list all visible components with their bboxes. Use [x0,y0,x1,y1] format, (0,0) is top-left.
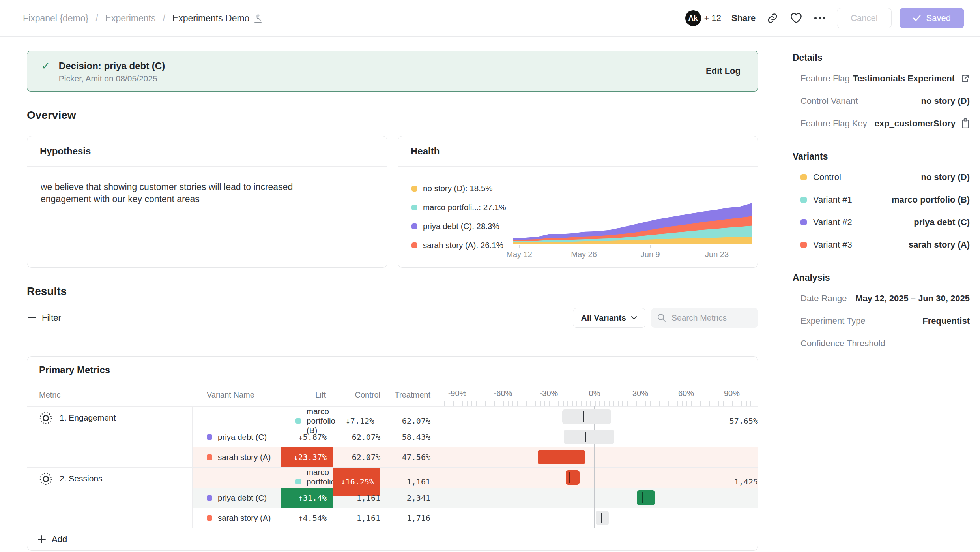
axis-tick-ruler [444,401,752,406]
variant-color-swatch [411,242,417,248]
variant-color-swatch [207,434,212,440]
variant-label: Control [800,172,921,182]
variant-color-swatch [295,418,301,424]
variant-name-label: Control [813,172,841,182]
microscope-icon [253,13,263,23]
decision-title: Decision: priya debt (C) [59,59,165,73]
variant-color-swatch [800,219,807,225]
variant-value: marco portfolio (B) [892,195,970,205]
variant-label: Variant #3 [800,240,909,250]
sidebar-variant-row: Controlno story (D) [793,166,970,188]
treatment-value: 1,425 [430,477,758,486]
axis-tick-label: May 26 [571,250,597,259]
feature-flag-row: Feature Flag Testimonials Experiment [793,67,970,90]
row-separator [193,447,758,447]
lift-axis-label: -30% [540,389,558,398]
breadcrumb-separator: / [163,13,165,24]
divider [27,338,758,338]
search-metrics-input[interactable] [671,313,751,323]
more-options-icon[interactable] [813,11,827,25]
variant-color-swatch [207,454,212,460]
breadcrumb-project[interactable]: Fixpanel {demo} [23,13,88,24]
lift-marker [559,452,559,462]
date-range-row: Date Range May 12, 2025 – Jun 30, 2025 [793,287,970,310]
control-value: 1,161 [333,513,380,523]
axis-tick [519,245,520,248]
analysis-heading: Analysis [793,272,970,283]
axis-tick [650,245,651,248]
health-legend-item: marco portfoli...: 27.1% [411,198,506,217]
results-heading: Results [27,285,758,298]
experiment-page: Fixpanel {demo} / Experiments / Experime… [0,0,980,552]
lift-value: ↓5.87% [281,427,333,447]
lift-value: ↓23.37% [281,447,333,467]
lift-marker [642,492,643,503]
variant-color-swatch [800,197,807,203]
lift-axis-labels: -90%-60%-30%0%30%60%90% [430,383,758,406]
health-card: Health no story (D): 18.5%marco portfoli… [398,136,758,268]
variant-color-swatch [800,174,807,180]
variant-value: sarah story (A) [909,240,970,250]
saved-button[interactable]: Saved [900,8,964,28]
metric-group: 2. Sessionsmarco portfolio (B)↓16.25%1,1… [27,467,758,528]
cancel-button[interactable]: Cancel [837,8,891,28]
add-filter-button[interactable]: Filter [27,313,61,323]
lift-axis-label: -90% [448,389,467,398]
metric-cell[interactable]: 2. Sessions [27,468,193,528]
confidence-threshold-row: Confidence Threshold [793,332,970,355]
copy-link-icon[interactable] [766,11,779,25]
breadcrumb-separator: / [95,13,98,24]
lift-marker [585,432,586,442]
collaborators-count[interactable]: + 12 [704,13,721,23]
control-value: 1,161 [333,493,380,503]
breadcrumb: Fixpanel {demo} / Experiments / Experime… [23,13,263,24]
decision-banner: ✓ Decision: priya debt (C) Picker, Amit … [27,51,758,92]
table-body: 1. Engagementmarco portfolio (B)↓7.12%62… [27,406,758,528]
variant-name-cell: priya debt (C) [193,493,281,503]
share-button[interactable]: Share [731,13,756,23]
variant-color-swatch [411,186,417,192]
hypothesis-card: Hypothesis we believe that showing custo… [27,136,387,268]
overview-heading: Overview [27,109,758,122]
lift-marker [583,411,584,422]
axis-tick-label: Jun 23 [705,250,729,259]
metric-cell[interactable]: 1. Engagement [27,407,193,467]
target-metric-icon [39,411,52,425]
external-link-icon[interactable] [960,74,970,83]
lift-marker [601,513,602,523]
lift-value: ↑31.4% [281,488,333,508]
add-metric-button[interactable]: Add [27,528,758,550]
variants-heading: Variants [793,151,970,162]
row-separator [193,427,758,427]
feature-flag-key-row: Feature Flag Key exp_customerStory [793,112,970,135]
metric-name: 2. Sessions [60,472,103,483]
control-value: 1,161 [380,477,430,486]
axis-tick [584,245,584,248]
edit-log-button[interactable]: Edit Log [706,66,741,76]
breadcrumb-experiments[interactable]: Experiments [105,13,156,24]
sidebar-variant-row: Variant #1marco portfolio (B) [793,188,970,211]
avatar[interactable]: Ak [685,10,701,26]
details-sidebar: Details Feature Flag Testimonials Experi… [784,37,980,552]
breadcrumb-current: Experiments Demo [172,13,250,24]
metric-group: 1. Engagementmarco portfolio (B)↓7.12%62… [27,406,758,467]
variant-label: Variant #2 [800,217,914,227]
variants-dropdown[interactable]: All Variants [573,308,645,328]
row-separator [193,508,758,508]
health-x-axis: May 12May 26Jun 9Jun 23 [513,248,752,259]
health-legend: no story (D): 18.5%marco portfoli...: 27… [411,179,506,255]
metric-name: 1. Engagement [60,411,116,422]
treatment-value: 57.65% [430,416,758,426]
sidebar-variant-row: Variant #3sarah story (A) [793,233,970,256]
legend-label: priya debt (C): 28.3% [423,222,499,231]
variant-color-swatch [800,242,807,248]
health-title: Health [398,136,758,167]
copy-clipboard-icon[interactable] [961,118,970,129]
favorite-heart-icon[interactable] [789,11,803,25]
variant-value: priya debt (C) [914,217,970,227]
variant-name-label: Variant #2 [813,217,852,227]
legend-label: marco portfoli...: 27.1% [423,203,506,212]
variant-color-swatch [295,479,301,484]
lift-value: ↑4.54% [281,508,333,528]
variant-color-swatch [411,223,417,229]
